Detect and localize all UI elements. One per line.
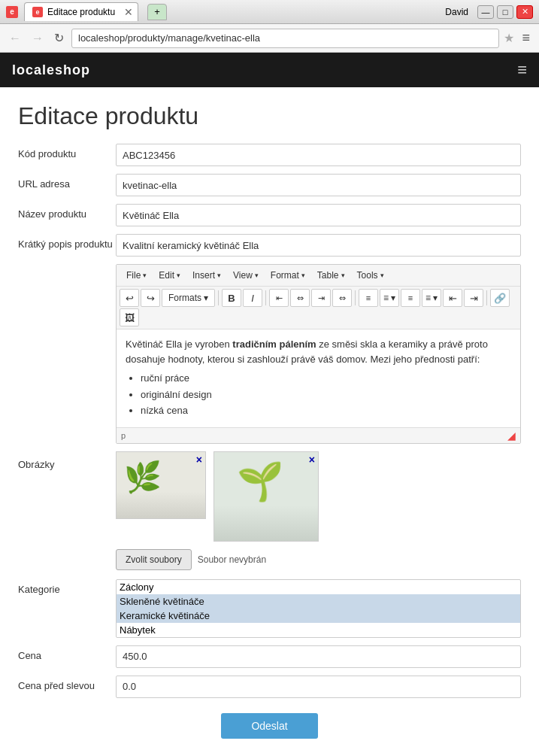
rte-ol-button[interactable]: ≡: [401, 289, 420, 307]
rte-resize-handle[interactable]: ◢: [507, 430, 516, 442]
image-thumbnail-1: ×: [116, 451, 206, 519]
image-remove-button-2[interactable]: ×: [309, 454, 315, 466]
image-thumbnail-2: ×: [213, 451, 319, 542]
rte-container: File ▾ Edit ▾ Insert ▾ View ▾ Format ▾ T…: [116, 264, 521, 444]
rte-content-text1: Květináč Ella je vyroben: [126, 339, 232, 350]
rte-menu-insert[interactable]: Insert ▾: [187, 268, 226, 283]
rte-menu-table[interactable]: Table ▾: [312, 268, 350, 283]
browser-menu-icon[interactable]: ≡: [519, 29, 533, 47]
rte-menu-tools[interactable]: Tools ▾: [352, 268, 389, 283]
kategorie-option-zaclony[interactable]: Záclony: [117, 580, 520, 594]
rte-formats-button[interactable]: Formats ▾: [162, 289, 215, 307]
kategorie-option-sklenene[interactable]: Skleněné květináče: [117, 594, 520, 609]
submit-row: Odeslat: [18, 713, 521, 739]
close-button[interactable]: ✕: [516, 5, 533, 19]
kategorie-row: Kategorie Záclony Skleněné květináče Ker…: [18, 579, 521, 638]
cena-label: Cena: [18, 645, 116, 661]
rte-list-item-3: nízká cena: [141, 403, 511, 418]
rte-ul-dropdown-button[interactable]: ≡▾: [380, 289, 399, 307]
dropdown-arrow-icon: ▾: [380, 272, 384, 279]
rte-link-button[interactable]: 🔗: [490, 289, 510, 307]
content-area: Editace produktu Kód produktu URL adresa…: [0, 87, 539, 756]
rte-list-item-1: ruční práce: [141, 371, 511, 386]
browser-tab[interactable]: e Editace produktu ✕: [24, 2, 138, 21]
rte-separator: [265, 290, 266, 305]
rte-separator: [486, 290, 487, 305]
cena-pred-slevou-row: Cena před slevou: [18, 676, 521, 698]
new-tab-icon: +: [154, 6, 160, 17]
kod-produktu-input[interactable]: [116, 144, 521, 166]
rte-align-right-button[interactable]: ⇥: [311, 289, 331, 307]
rte-footer: p ◢: [117, 427, 520, 443]
url-adresa-input[interactable]: [116, 174, 521, 196]
app-header: localeshop ≡: [0, 53, 539, 87]
rte-separator: [218, 290, 219, 305]
rte-content[interactable]: Květináč Ella je vyroben tradičním pálen…: [117, 329, 520, 427]
tab-close-button[interactable]: ✕: [124, 6, 133, 18]
nazev-produktu-input[interactable]: [116, 204, 521, 226]
rte-menu-format[interactable]: Format ▾: [265, 268, 310, 283]
bookmark-icon[interactable]: ★: [504, 31, 514, 45]
refresh-button[interactable]: ↻: [51, 29, 67, 47]
cena-pred-slevou-label: Cena před slevou: [18, 676, 116, 691]
kategorie-option-nabytek[interactable]: Nábytek: [117, 623, 520, 637]
rte-ol-dropdown-button[interactable]: ≡▾: [422, 289, 441, 307]
back-button[interactable]: ←: [6, 30, 24, 47]
rte-menu-file[interactable]: File ▾: [121, 268, 152, 283]
dropdown-arrow-icon: ▾: [255, 272, 259, 279]
rte-menu-edit[interactable]: Edit ▾: [153, 268, 186, 283]
dropdown-arrow-icon: ▾: [143, 272, 147, 279]
rte-bold-button[interactable]: B: [222, 289, 241, 307]
dropdown-arrow-icon: ▾: [204, 293, 208, 303]
nazev-produktu-label: Název produktu: [18, 204, 116, 220]
rte-menubar: File ▾ Edit ▾ Insert ▾ View ▾ Format ▾ T…: [117, 265, 520, 287]
cena-input[interactable]: [116, 645, 521, 668]
page-title: Editace produktu: [18, 102, 521, 130]
rte-indent-button[interactable]: ⇥: [464, 289, 483, 307]
address-box[interactable]: localeshop/produkty/manage/kvetinac-ella: [71, 29, 499, 48]
submit-button[interactable]: Odeslat: [221, 713, 317, 739]
kratky-popis-row: Krátký popis produktu: [18, 234, 521, 257]
browser-favicon: e: [6, 6, 18, 18]
kategorie-option-keramicke[interactable]: Keramické květináče: [117, 609, 520, 623]
dropdown-arrow-icon: ▾: [433, 293, 438, 303]
rte-align-justify-button[interactable]: ⇔: [332, 289, 352, 307]
rte-menu-view[interactable]: View ▾: [228, 268, 264, 283]
image-icon: 🖼: [125, 312, 135, 323]
app-brand: localeshop: [12, 62, 90, 78]
rte-ul-button[interactable]: ≡: [359, 289, 378, 307]
kratky-popis-input[interactable]: [116, 234, 521, 257]
file-row: Zvolit soubory Soubor nevybrán: [18, 549, 521, 570]
plant-image-2: [214, 452, 318, 541]
titlebar-left: e e Editace produktu ✕ +: [6, 2, 167, 21]
new-tab-button[interactable]: +: [147, 4, 167, 20]
addressbar: ← → ↻ localeshop/produkty/manage/kvetina…: [0, 24, 539, 53]
rte-image-button[interactable]: 🖼: [120, 308, 139, 326]
minimize-button[interactable]: —: [477, 5, 494, 19]
plant-image-1: [117, 452, 205, 518]
hamburger-menu-icon[interactable]: ≡: [517, 60, 527, 80]
images-label: Obrázky: [18, 451, 116, 470]
maximize-button[interactable]: □: [497, 5, 513, 19]
dropdown-arrow-icon: ▾: [301, 272, 305, 279]
url-adresa-row: URL adresa: [18, 174, 521, 196]
choose-files-button[interactable]: Zvolit soubory: [116, 549, 192, 570]
no-file-text: Soubor nevybrán: [198, 554, 266, 565]
rte-align-left-button[interactable]: ⇤: [269, 289, 289, 307]
rte-undo-button[interactable]: ↩: [120, 289, 139, 307]
rte-redo-button[interactable]: ↪: [141, 289, 160, 307]
kategorie-select[interactable]: Záclony Skleněné květináče Keramické kvě…: [116, 579, 521, 638]
image-remove-button-1[interactable]: ×: [196, 454, 202, 466]
browser-tab-title: Editace produktu: [47, 7, 115, 17]
rte-outdent-button[interactable]: ⇤: [443, 289, 462, 307]
images-row: Obrázky × ×: [18, 451, 521, 542]
window-titlebar: e e Editace produktu ✕ + David — □ ✕: [0, 0, 539, 24]
rte-italic-button[interactable]: I: [243, 289, 262, 307]
rte-align-center-button[interactable]: ⇔: [290, 289, 310, 307]
forward-button[interactable]: →: [29, 30, 47, 47]
cena-pred-slevou-input[interactable]: [116, 676, 521, 698]
address-text: localeshop/produkty/manage/kvetinac-ella: [78, 32, 260, 44]
rte-toolbar: ↩ ↪ Formats ▾ B I ⇤ ⇔ ⇥ ⇔ ≡ ≡▾ ≡ ≡▾ ⇤ ⇥: [117, 287, 520, 329]
nazev-produktu-row: Název produktu: [18, 204, 521, 226]
url-adresa-label: URL adresa: [18, 174, 116, 190]
